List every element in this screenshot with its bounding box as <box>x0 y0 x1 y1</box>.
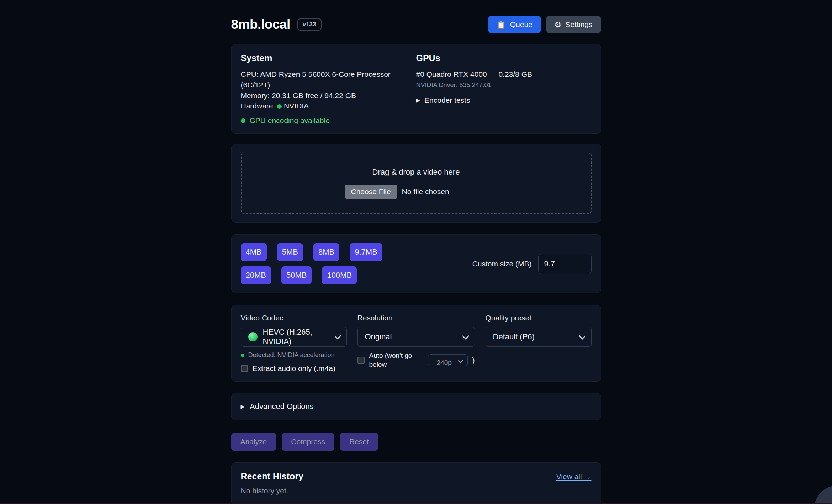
extract-audio-row: Extract audio only (.m4a) <box>241 364 347 373</box>
codec-hint: Detected: NVIDIA acceleration <box>241 351 347 359</box>
auto-resolution-suffix: ) <box>472 356 475 365</box>
clipboard-icon: 📋 <box>497 21 506 28</box>
app-page: 8mb.local v133 📋 Queue ⚙ Settings System… <box>0 0 832 504</box>
resolution-floor-select[interactable]: 240p <box>428 354 468 366</box>
quality-column: Quality preset Default (P6) <box>486 314 592 373</box>
triangle-right-icon: ▶ <box>241 403 245 410</box>
gpu0-info: #0 Quadro RTX 4000 — 0.23/8 GB <box>416 69 592 80</box>
gpus-heading: GPUs <box>416 53 592 63</box>
chevron-down-icon <box>462 333 469 340</box>
codec-select[interactable]: HEVC (H.265, NVIDIA) <box>241 327 347 347</box>
hardware-info: Hardware: NVIDIA <box>241 101 416 111</box>
resolution-floor-value: 240p <box>437 359 452 366</box>
system-column: System CPU: AMD Ryzen 5 5600X 6-Core Pro… <box>241 53 416 125</box>
header: 8mb.local v133 📋 Queue ⚙ Settings <box>231 16 601 33</box>
advanced-options-toggle[interactable]: ▶ Advanced Options <box>241 402 592 411</box>
size-preset-4mb[interactable]: 4MB <box>241 243 267 261</box>
dropzone-prompt: Drag & drop a video here <box>372 168 460 177</box>
gpus-column: GPUs #0 Quadro RTX 4000 — 0.23/8 GB NVID… <box>416 53 592 125</box>
page-title: 8mb.local <box>231 17 290 32</box>
auto-resolution-label: Auto (won't go below <box>369 351 423 369</box>
system-heading: System <box>241 53 416 63</box>
codec-column: Video Codec HEVC (H.265, NVIDIA) Detecte… <box>241 314 347 373</box>
size-preset-5mb[interactable]: 5MB <box>277 243 303 261</box>
size-preset-group: 4MB 5MB 8MB 9.7MB 20MB 50MB 100MB <box>241 243 401 284</box>
advanced-options-card: ▶ Advanced Options <box>231 393 601 420</box>
chevron-down-icon <box>579 333 586 340</box>
custom-size-input[interactable] <box>538 254 592 274</box>
extract-audio-label: Extract audio only (.m4a) <box>253 364 335 373</box>
reset-button[interactable]: Reset <box>340 433 378 451</box>
auto-resolution-row: Auto (won't go below 240p ) <box>357 351 475 369</box>
gear-icon: ⚙ <box>555 21 561 28</box>
green-status-dot <box>241 354 244 357</box>
settings-button[interactable]: ⚙ Settings <box>546 16 601 33</box>
resolution-selected-value: Original <box>365 332 392 341</box>
queue-button-label: Queue <box>510 20 532 29</box>
green-circle-icon <box>248 332 258 341</box>
cpu-info: CPU: AMD Ryzen 5 5600X 6-Core Processor … <box>241 69 416 90</box>
settings-button-label: Settings <box>566 20 593 29</box>
recent-history-card: Recent History View all → No history yet… <box>231 462 601 504</box>
green-status-dot <box>277 104 282 109</box>
resolution-column: Resolution Original Auto (won't go below… <box>357 314 475 373</box>
choose-file-button[interactable]: Choose File <box>345 185 397 199</box>
resolution-label: Resolution <box>357 314 475 322</box>
history-empty-text: No history yet. <box>241 487 592 495</box>
chevron-down-icon <box>334 333 341 339</box>
size-preset-8mb[interactable]: 8MB <box>313 243 339 261</box>
system-info-card: System CPU: AMD Ryzen 5 5600X 6-Core Pro… <box>231 44 601 134</box>
file-input[interactable]: Choose File No file chosen <box>345 185 487 199</box>
encode-options-card: Video Codec HEVC (H.265, NVIDIA) Detecte… <box>231 305 601 382</box>
view-all-link[interactable]: View all → <box>556 472 592 481</box>
dropzone[interactable]: Drag & drop a video here Choose File No … <box>241 153 592 214</box>
auto-resolution-checkbox[interactable] <box>357 357 365 364</box>
gpu-encoding-status: GPU encoding available <box>241 116 416 125</box>
memory-info: Memory: 20.31 GB free / 94.22 GB <box>241 90 416 101</box>
green-status-dot <box>241 118 245 123</box>
size-preset-100mb[interactable]: 100MB <box>322 266 357 284</box>
resolution-select[interactable]: Original <box>357 327 475 347</box>
codec-selected-value: HEVC (H.265, NVIDIA) <box>263 328 335 346</box>
file-chosen-text: No file chosen <box>402 187 449 196</box>
custom-size-label: Custom size (MB) <box>472 260 532 268</box>
chevron-down-icon <box>458 358 463 363</box>
driver-info: NVIDIA Driver: 535.247.01 <box>416 81 592 89</box>
encoder-tests-label: Encoder tests <box>424 96 470 105</box>
encoder-tests-toggle[interactable]: ▶ Encoder tests <box>416 96 592 105</box>
size-presets-card: 4MB 5MB 8MB 9.7MB 20MB 50MB 100MB Custom… <box>231 234 601 293</box>
analyze-button[interactable]: Analyze <box>231 433 276 451</box>
extract-audio-checkbox[interactable] <box>241 365 248 372</box>
codec-label: Video Codec <box>241 314 347 322</box>
version-badge: v133 <box>297 18 322 31</box>
quality-select[interactable]: Default (P6) <box>486 327 592 347</box>
advanced-options-label: Advanced Options <box>250 402 314 411</box>
upload-card: Drag & drop a video here Choose File No … <box>231 144 601 223</box>
size-preset-20mb[interactable]: 20MB <box>241 266 271 284</box>
size-preset-50mb[interactable]: 50MB <box>281 266 312 284</box>
quality-label: Quality preset <box>486 314 592 322</box>
floating-corner-button[interactable] <box>814 486 832 504</box>
size-preset-9-7mb[interactable]: 9.7MB <box>350 243 382 261</box>
action-buttons: Analyze Compress Reset <box>231 433 601 451</box>
compress-button[interactable]: Compress <box>282 433 334 451</box>
custom-size-group: Custom size (MB) <box>472 254 592 274</box>
triangle-right-icon: ▶ <box>416 97 420 104</box>
recent-history-heading: Recent History <box>241 471 303 482</box>
queue-button[interactable]: 📋 Queue <box>488 16 541 33</box>
quality-selected-value: Default (P6) <box>493 332 535 341</box>
